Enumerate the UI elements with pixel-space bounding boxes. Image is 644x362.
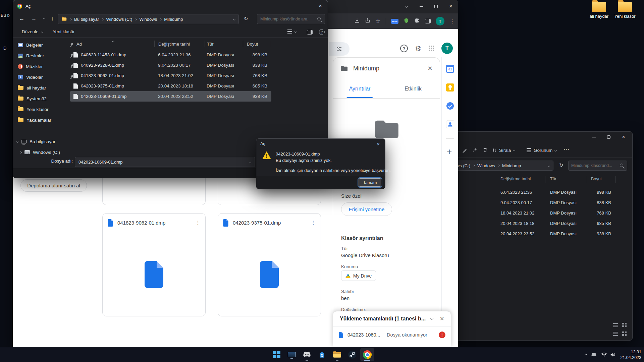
up-icon[interactable]: ↑ bbox=[51, 16, 54, 22]
refresh-icon[interactable]: ↻ bbox=[559, 162, 564, 168]
share-icon[interactable] bbox=[473, 147, 478, 154]
side-panel-icon[interactable] bbox=[425, 19, 431, 23]
help-icon[interactable]: ? bbox=[400, 45, 408, 52]
extension-new-badge-icon[interactable]: new bbox=[391, 19, 398, 24]
card-kebab-icon[interactable]: ⋮ bbox=[195, 220, 201, 226]
adblock-shield-icon[interactable] bbox=[404, 18, 409, 25]
explorer-search-box[interactable] bbox=[568, 161, 627, 171]
settings-gear-icon[interactable]: ⚙ bbox=[415, 45, 421, 52]
close-button[interactable]: × bbox=[372, 139, 385, 149]
file-row[interactable]: 040923-9328-01.dmp 9.04.2023 00:17 DMP D… bbox=[70, 60, 271, 70]
explorer-titlebar[interactable]: × bbox=[450, 132, 632, 142]
sidebar-item-ali-haydar[interactable]: ali haydar bbox=[18, 83, 77, 93]
toast-close-icon[interactable]: × bbox=[440, 315, 444, 322]
details-view-icon[interactable] bbox=[613, 323, 618, 327]
sidebar-item-videolar[interactable]: Videolar bbox=[18, 72, 77, 82]
network-volume-button[interactable] bbox=[601, 352, 616, 357]
forward-icon[interactable]: → bbox=[31, 16, 37, 22]
table-row[interactable]: 20.04.2023 23:52 DMP Dosyası 938 KB bbox=[450, 229, 632, 239]
breadcrumb[interactable]: Bu bilgisayar Windows (C:) Windows Minid… bbox=[58, 14, 239, 24]
breadcrumb-segment[interactable]: Bu bilgisayar bbox=[74, 17, 99, 22]
maximize-button[interactable] bbox=[601, 132, 616, 142]
new-folder-button[interactable]: Yeni klasör bbox=[53, 29, 75, 34]
minimize-button[interactable] bbox=[414, 0, 429, 13]
sidebar-item-muzikler[interactable]: Müzikler bbox=[18, 61, 77, 71]
recent-locations-icon[interactable] bbox=[43, 17, 45, 19]
refresh-icon[interactable]: ↻ bbox=[244, 16, 248, 22]
chrome-menu-kebab-icon[interactable]: ⋮ bbox=[449, 18, 455, 24]
delete-icon[interactable] bbox=[483, 147, 488, 154]
address-dropdown-icon[interactable] bbox=[548, 164, 550, 167]
close-button[interactable]: × bbox=[313, 0, 328, 12]
bookmark-star-icon[interactable]: ☆ bbox=[375, 18, 381, 24]
dialog-search-input[interactable] bbox=[260, 17, 317, 21]
sidebar-item-system32[interactable]: System32 bbox=[18, 94, 77, 104]
taskbar-this-pc[interactable] bbox=[285, 348, 299, 361]
tree-item-bu-bilgisayar[interactable]: Bu bilgisayar bbox=[16, 136, 75, 146]
table-row[interactable]: 20.04.2023 18:18 DMP Dosyası 685 KB bbox=[450, 218, 632, 229]
download-icon[interactable] bbox=[354, 18, 360, 25]
profile-avatar[interactable]: T bbox=[436, 17, 444, 25]
help-icon[interactable]: ? bbox=[319, 29, 325, 35]
desktop-icon-ali-haydar[interactable]: ali haydar bbox=[585, 2, 613, 19]
taskbar-chrome[interactable] bbox=[360, 348, 374, 361]
taskbar-store[interactable] bbox=[315, 348, 329, 361]
breadcrumb-segment[interactable]: Windows (C:) bbox=[106, 17, 132, 22]
sort-button[interactable]: Sırala bbox=[492, 146, 515, 154]
close-button[interactable]: × bbox=[443, 0, 458, 13]
toast-collapse-icon[interactable] bbox=[430, 317, 434, 320]
dialog-titlebar[interactable]: Aç × bbox=[13, 0, 328, 12]
maximize-button[interactable] bbox=[429, 0, 443, 13]
sidebar-item-yeni-klasor[interactable]: Yeni klasör bbox=[18, 104, 77, 114]
column-header-size[interactable]: Boyut bbox=[247, 42, 258, 47]
toast-file-row[interactable]: 042023-1060... Dosya okunamıyor ! bbox=[333, 326, 451, 343]
table-row[interactable]: 9.04.2023 00:17 DMP Dosyası 838 KB bbox=[450, 197, 632, 208]
breadcrumb-segment[interactable]: Windows bbox=[477, 163, 495, 168]
taskbar-discord[interactable] bbox=[300, 348, 314, 361]
table-row[interactable]: 6.04.2023 21:36 DMP Dosyası 898 KB bbox=[450, 187, 632, 197]
keep-icon[interactable] bbox=[446, 83, 454, 92]
breadcrumb-segment[interactable]: Minidump bbox=[502, 163, 521, 168]
tab-details[interactable]: Ayrıntılar bbox=[333, 79, 386, 98]
taskbar-file-explorer[interactable] bbox=[330, 348, 344, 361]
thumbnails-view-icon[interactable] bbox=[622, 323, 627, 327]
explorer-search-input[interactable] bbox=[571, 163, 620, 168]
expand-icon[interactable] bbox=[19, 151, 22, 153]
file-card[interactable]: 042023-9375-01.dmp ⋮ bbox=[218, 213, 321, 316]
file-card[interactable]: 041823-9062-01.dmp ⋮ bbox=[102, 213, 206, 316]
share-icon[interactable] bbox=[365, 18, 370, 24]
back-icon[interactable]: ← bbox=[19, 16, 24, 22]
breadcrumb-segment[interactable]: ws (C:) bbox=[457, 163, 470, 168]
column-header-date[interactable]: Değiştirme tarihi bbox=[158, 42, 190, 47]
view-button[interactable]: Görünüm bbox=[527, 146, 556, 154]
organize-button[interactable]: Düzenle bbox=[22, 29, 43, 34]
table-row[interactable]: 18.04.2023 21:02 DMP Dosyası 768 KB bbox=[450, 208, 632, 218]
desktop-icon-yeni-klasor[interactable]: Yeni klasör bbox=[611, 2, 639, 19]
error-dialog-titlebar[interactable]: Aç × bbox=[256, 139, 385, 149]
filename-dropdown-icon[interactable] bbox=[249, 161, 252, 163]
rename-icon[interactable] bbox=[462, 147, 467, 154]
more-options-icon[interactable]: ⋯ bbox=[564, 146, 569, 153]
taskbar-steam[interactable] bbox=[345, 348, 359, 361]
search-options-tune-icon[interactable] bbox=[336, 46, 342, 52]
account-avatar[interactable]: T bbox=[441, 43, 453, 54]
file-row-selected[interactable]: 042023-10609-01.dmp 20.04.2023 23:52 DMP… bbox=[70, 91, 271, 102]
file-row[interactable]: 041823-9062-01.dmp 18.04.2023 21:02 DMP … bbox=[70, 70, 271, 81]
breadcrumb-segment[interactable]: Windows bbox=[139, 17, 157, 22]
column-header-type[interactable]: Tür bbox=[207, 42, 214, 47]
drive-search-bar-end[interactable] bbox=[329, 42, 350, 56]
calendar-icon[interactable]: 31 bbox=[446, 65, 454, 73]
minimize-button[interactable] bbox=[587, 132, 601, 142]
address-dropdown-icon[interactable] bbox=[233, 18, 235, 20]
expand-icon[interactable] bbox=[16, 140, 18, 142]
breadcrumb-segment[interactable]: Minidump bbox=[164, 17, 183, 22]
address-field[interactable]: ws (C:) Windows Minidump bbox=[453, 161, 553, 171]
manage-access-button[interactable]: Erişimi yönetme bbox=[341, 202, 392, 216]
column-header-type[interactable]: Tür bbox=[550, 177, 556, 181]
tray-discord-icon[interactable] bbox=[591, 352, 597, 358]
column-header-size[interactable]: Boyut bbox=[591, 177, 602, 181]
tray-expand-icon[interactable] bbox=[585, 354, 587, 356]
view-mode-button[interactable] bbox=[287, 29, 296, 34]
file-row[interactable]: 042023-9375-01.dmp 20.04.2023 18:18 DMP … bbox=[70, 81, 271, 91]
preview-pane-icon[interactable] bbox=[307, 30, 313, 35]
